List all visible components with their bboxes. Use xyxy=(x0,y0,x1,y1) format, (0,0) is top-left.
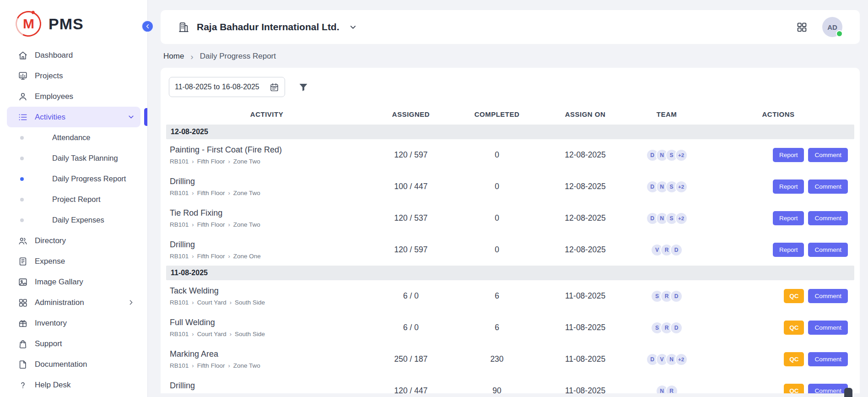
sidebar-subitem-label: Daily Expenses xyxy=(52,216,104,224)
team-avatar: D xyxy=(670,290,683,303)
breadcrumb-home[interactable]: Home xyxy=(163,52,184,61)
comment-button[interactable]: Comment xyxy=(808,289,848,303)
comment-button[interactable]: Comment xyxy=(808,321,848,335)
comment-button[interactable]: Comment xyxy=(808,384,848,393)
logo-mark-icon: M xyxy=(12,8,45,40)
sidebar-collapse-button[interactable] xyxy=(141,20,154,33)
assigned-value: 120 / 447 xyxy=(367,386,454,393)
report-button[interactable]: Report xyxy=(773,179,804,194)
inventory-icon xyxy=(18,318,28,328)
completed-value: 230 xyxy=(454,354,539,364)
sidebar-subitem-daily-progress-report[interactable]: Daily Progress Report xyxy=(7,169,140,189)
completed-value: 6 xyxy=(454,291,539,301)
completed-value: 0 xyxy=(454,182,539,191)
qc-button[interactable]: QC xyxy=(784,321,804,335)
sidebar-item-employees[interactable]: Employees xyxy=(7,86,140,107)
activity-title: Tie Rod Fixing xyxy=(170,208,367,218)
scrollbar-thumb[interactable] xyxy=(844,388,852,397)
report-button[interactable]: Report xyxy=(773,148,804,162)
sidebar-item-label: Activities xyxy=(35,113,65,122)
column-header-activity: ACTIVITY xyxy=(166,110,367,118)
table-body: 12-08-2025Painting - First Coat (Fire Re… xyxy=(166,125,854,393)
date-range-value: 11-08-2025 to 16-08-2025 xyxy=(175,83,259,91)
sidebar-subitem-attendance[interactable]: Attendance xyxy=(7,127,140,148)
building-icon xyxy=(178,22,189,33)
sidebar-item-help-desk[interactable]: Help Desk xyxy=(7,375,140,395)
sidebar-item-label: Employees xyxy=(35,92,73,101)
comment-button[interactable]: Comment xyxy=(808,352,848,366)
sidebar-subitem-daily-task-planning[interactable]: Daily Task Planning xyxy=(7,148,140,169)
dashboard-icon xyxy=(18,50,28,60)
bullet-dot xyxy=(20,198,24,201)
sidebar-item-activities[interactable]: Activities xyxy=(7,107,140,127)
path-separator: › xyxy=(228,362,230,369)
comment-button[interactable]: Comment xyxy=(808,179,848,194)
activity-title: Full Welding xyxy=(170,318,367,327)
documentation-icon xyxy=(18,359,28,370)
team-avatar: D xyxy=(670,321,683,334)
sidebar-subitem-daily-expenses[interactable]: Daily Expenses xyxy=(7,210,140,230)
column-header-actions: ACTIONS xyxy=(702,110,854,118)
path-segment: Fifth Floor xyxy=(197,190,225,196)
sidebar-nav: DashboardProjectsEmployeesActivitiesAtte… xyxy=(0,43,147,395)
sidebar-item-image-gallary[interactable]: Image Gallary xyxy=(7,272,140,292)
filter-icon[interactable] xyxy=(298,82,309,92)
sidebar-item-dashboard[interactable]: Dashboard xyxy=(7,45,140,65)
sidebar-item-expense[interactable]: Expense xyxy=(7,251,140,272)
actions-cell: ReportComment xyxy=(702,211,854,225)
comment-button[interactable]: Comment xyxy=(808,148,848,162)
team-cell: DNS+2 xyxy=(631,212,702,225)
team-overflow-badge: +2 xyxy=(675,212,688,225)
path-separator: › xyxy=(192,299,194,306)
team-cell: DVN+2 xyxy=(631,353,702,366)
qc-button[interactable]: QC xyxy=(784,289,804,303)
completed-value: 0 xyxy=(454,245,539,255)
actions-cell: ReportComment xyxy=(702,243,854,257)
path-segment: RB101 xyxy=(170,253,189,260)
assign-on-value: 11-08-2025 xyxy=(539,323,631,332)
comment-button[interactable]: Comment xyxy=(808,243,848,257)
sidebar-subitem-project-report[interactable]: Project Report xyxy=(7,189,140,210)
chevron-down-icon xyxy=(349,23,357,32)
activity-path: RB101›Court Yard›South Side xyxy=(170,331,367,337)
projects-icon xyxy=(18,71,28,81)
main-content: Raja Bahadur International Ltd. AD Home … xyxy=(148,0,868,393)
assigned-value: 6 / 0 xyxy=(367,291,454,301)
company-selector[interactable]: Raja Bahadur International Ltd. xyxy=(178,22,357,33)
report-button[interactable]: Report xyxy=(773,243,804,257)
qc-button[interactable]: QC xyxy=(784,384,804,393)
path-segment: RB101 xyxy=(170,331,189,337)
assign-on-value: 12-08-2025 xyxy=(539,245,631,255)
assign-on-value: 12-08-2025 xyxy=(539,150,631,160)
user-avatar[interactable]: AD xyxy=(822,17,842,37)
path-segment: South Side xyxy=(235,299,265,306)
team-cell: NR xyxy=(631,385,702,394)
sidebar-item-documentation[interactable]: Documentation xyxy=(7,354,140,375)
sidebar-item-administration[interactable]: Administration xyxy=(7,292,140,313)
comment-button[interactable]: Comment xyxy=(808,211,848,225)
group-date: 12-08-2025 xyxy=(171,128,208,136)
apps-grid-icon[interactable] xyxy=(796,22,808,33)
sidebar-item-support[interactable]: Support xyxy=(7,333,140,354)
path-segment: South Side xyxy=(235,331,265,337)
team-overflow-badge: +2 xyxy=(675,180,688,193)
path-separator: › xyxy=(228,221,230,228)
sidebar-item-label: Dashboard xyxy=(35,51,73,60)
column-header-team: TEAM xyxy=(631,110,702,118)
assign-on-value: 11-08-2025 xyxy=(539,291,631,301)
sidebar-item-inventory[interactable]: Inventory xyxy=(7,313,140,333)
report-button[interactable]: Report xyxy=(773,211,804,225)
qc-button[interactable]: QC xyxy=(784,352,804,366)
activity-title: Marking Area xyxy=(170,349,367,359)
path-segment: Fifth Floor xyxy=(197,253,225,260)
sidebar-item-directory[interactable]: Directory xyxy=(7,230,140,251)
assigned-value: 120 / 597 xyxy=(367,245,454,255)
date-range-input[interactable]: 11-08-2025 to 16-08-2025 xyxy=(169,77,285,97)
activity-path: RB101›Fifth Floor›Zone Two xyxy=(170,221,367,228)
actions-cell: ReportComment xyxy=(702,179,854,194)
team-cell: VRD xyxy=(631,244,702,256)
gallery-icon xyxy=(18,277,28,287)
path-separator: › xyxy=(228,253,230,260)
actions-cell: ReportComment xyxy=(702,148,854,162)
sidebar-item-projects[interactable]: Projects xyxy=(7,65,140,86)
